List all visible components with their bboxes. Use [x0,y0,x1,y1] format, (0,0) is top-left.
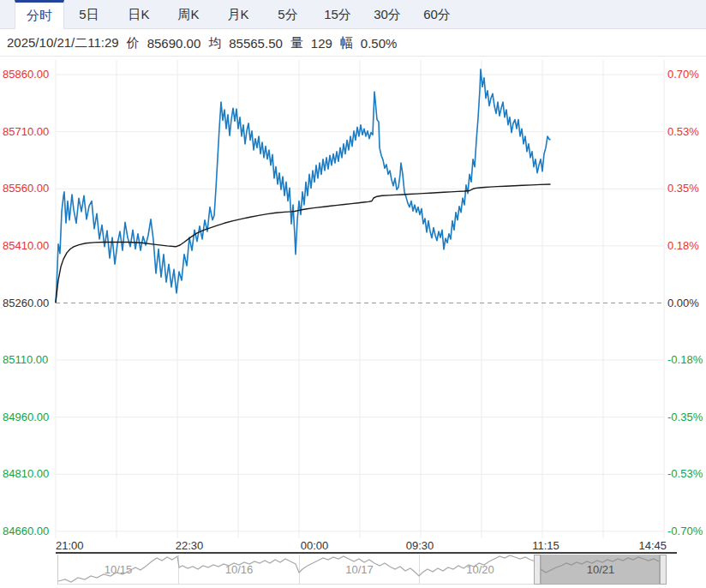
time-tick-label: 11:15 [532,539,559,552]
price-tick-label: 84960.00 [3,411,54,424]
intraday-chart-app: 分时5日日K周K月K5分15分30分60分 2025/10/21/二11:29 … [0,0,706,588]
percent-tick-label: 0.70% [667,68,706,81]
time-tick-label: 09:30 [406,539,434,552]
price-tick-label: 85710.00 [3,125,54,139]
time-tick-label: 00:00 [301,539,329,552]
percent-tick-label: -0.35% [667,411,706,424]
percent-tick-label: 0.53% [667,125,706,139]
price-tick-label: 84810.00 [3,467,54,481]
date-range-navigator[interactable]: 10/1510/1610/1710/20 10/21 [57,555,660,585]
price-tick-label: 85860.00 [3,68,54,81]
percent-tick-label: -0.70% [667,525,706,538]
percent-tick-label: 0.00% [667,297,706,310]
plot-area[interactable] [0,0,706,588]
navigator-left-handle[interactable] [534,555,541,585]
price-tick-label: 85410.00 [3,239,54,253]
percent-tick-label: -0.18% [667,353,706,367]
time-tick-label: 14:45 [638,539,667,552]
navigator-selected-label: 10/21 [541,562,661,578]
percent-tick-label: 0.35% [667,182,706,195]
price-tick-label: 84660.00 [3,525,54,538]
price-tick-label: 85560.00 [3,182,54,195]
percent-tick-label: 0.18% [667,239,706,253]
price-tick-label: 85110.00 [3,353,54,367]
time-tick-label: 22:30 [176,539,204,552]
time-tick-label: 21:00 [56,539,84,552]
percent-tick-label: -0.53% [667,467,706,481]
navigator-right-handle[interactable] [660,555,667,585]
price-tick-label: 85260.00 [3,297,54,310]
